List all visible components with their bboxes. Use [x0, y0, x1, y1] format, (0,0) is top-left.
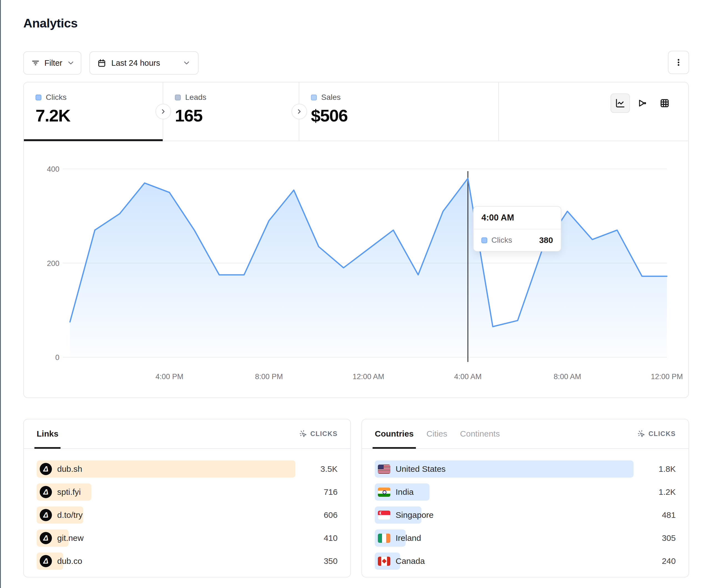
row-value: 305: [649, 533, 676, 543]
sg-flag-icon: [378, 511, 390, 520]
bar-track: United States: [375, 460, 642, 478]
table-row[interactable]: India1.2K: [375, 483, 676, 501]
stat-tab-leads[interactable]: Leads165: [163, 82, 299, 141]
tooltip-time: 4:00 AM: [474, 207, 561, 229]
row-label: United States: [395, 464, 446, 474]
bar-track: Ireland: [375, 529, 642, 547]
area-fill: [70, 178, 667, 357]
row-value: 1.2K: [649, 487, 676, 497]
table-row[interactable]: United States1.8K: [375, 460, 676, 478]
us-flag-icon: [378, 465, 390, 474]
table-row[interactable]: Canada240: [375, 552, 676, 570]
cursor-click-icon: [299, 430, 307, 438]
metric-label: CLICKS: [310, 430, 338, 438]
row-label: spti.fyi: [57, 487, 81, 497]
analytics-card: Clicks7.2KLeads165Sales$506 02004004:00 …: [23, 82, 689, 398]
row-label: dub.sh: [57, 464, 82, 474]
leads-legend-square: [175, 95, 181, 100]
bar-track: Δd.to/try: [37, 506, 303, 524]
tab-links[interactable]: Links: [37, 420, 58, 448]
stat-expand-chevron-button[interactable]: [155, 104, 171, 119]
filter-button[interactable]: Filter: [23, 51, 81, 75]
bar-track: Δdub.sh: [37, 460, 303, 478]
row-value: 410: [311, 533, 338, 543]
countries-panel: CountriesCitiesContinents CLICKS United …: [362, 419, 689, 578]
y-axis-tick: 0: [55, 353, 59, 362]
row-label: dub.co: [57, 557, 82, 566]
in-flag-icon: [378, 488, 390, 497]
dub-logo-icon: Δ: [40, 532, 52, 544]
x-axis-tick: 12:00 PM: [651, 372, 683, 381]
calendar-icon: [97, 59, 106, 68]
tooltip-value: 380: [539, 235, 553, 245]
chevron-right-icon: [159, 108, 167, 115]
cursor-click-icon: [637, 430, 645, 438]
table-row[interactable]: Δgit.new410: [37, 529, 338, 547]
dub-logo-icon: Δ: [40, 555, 52, 567]
line-chart-view-button[interactable]: [610, 93, 630, 113]
tab-label: Cities: [427, 429, 447, 438]
chevron-down-icon: [67, 59, 75, 67]
dub-logo-icon: Δ: [40, 486, 52, 498]
page-title: Analytics: [23, 16, 78, 30]
row-label: d.to/try: [57, 510, 83, 520]
bar-track: Canada: [375, 552, 642, 570]
x-axis-tick: 12:00 AM: [352, 372, 384, 381]
stat-label-text: Sales: [321, 93, 341, 102]
tab-links-label: Links: [37, 429, 58, 438]
bar-track: Δspti.fyi: [37, 483, 303, 501]
metric-selector[interactable]: CLICKS: [637, 430, 676, 438]
table-row[interactable]: Δd.to/try606: [37, 506, 338, 524]
tooltip-series-label: Clicks: [491, 236, 512, 245]
stat-value: 165: [175, 106, 299, 126]
table-row[interactable]: Ireland305: [375, 529, 676, 547]
tab-countries[interactable]: Countries: [375, 420, 414, 448]
stat-label-text: Leads: [185, 93, 206, 102]
dub-logo-icon: Δ: [40, 509, 52, 521]
table-row[interactable]: Δdub.co350: [37, 552, 338, 570]
chart-tooltip: 4:00 AM Clicks 380: [473, 206, 561, 252]
stat-value: $506: [311, 106, 498, 126]
funnel-view-button[interactable]: [633, 93, 652, 113]
tab-cities[interactable]: Cities: [427, 420, 447, 448]
stats-tabs: Clicks7.2KLeads165Sales$506: [24, 82, 688, 141]
row-value: 481: [649, 510, 676, 520]
row-label: git.new: [57, 533, 84, 543]
stat-tab-sales[interactable]: Sales$506: [299, 82, 499, 141]
filter-icon: [31, 59, 40, 67]
ie-flag-icon: [378, 534, 390, 543]
row-value: 716: [311, 487, 338, 497]
x-axis-tick: 4:00 AM: [454, 372, 482, 381]
funnel-chart-icon: [638, 98, 647, 108]
bar-track: India: [375, 483, 642, 501]
row-label: Singapore: [395, 510, 434, 520]
countries-panel-header: CountriesCitiesContinents CLICKS: [362, 420, 689, 449]
chart-type-switcher: [610, 93, 674, 113]
bar-track: Δdub.co: [37, 552, 303, 570]
links-rows: Δdub.sh3.5KΔspti.fyi716Δd.to/try606Δgit.…: [24, 449, 350, 570]
date-range-label: Last 24 hours: [111, 59, 160, 68]
row-value: 3.5K: [311, 464, 338, 474]
table-row[interactable]: Singapore481: [375, 506, 676, 524]
clicks-area-chart[interactable]: 02004004:00 PM8:00 PM12:00 AM4:00 AM8:00…: [24, 141, 689, 398]
row-value: 606: [311, 510, 338, 520]
stat-expand-chevron-button[interactable]: [292, 104, 307, 119]
stat-value: 7.2K: [36, 106, 163, 126]
date-range-button[interactable]: Last 24 hours: [89, 51, 198, 75]
metric-selector[interactable]: CLICKS: [299, 430, 338, 438]
kebab-menu-icon: [674, 58, 683, 67]
stat-tab-clicks[interactable]: Clicks7.2K: [24, 82, 163, 141]
table-view-button[interactable]: [655, 93, 674, 113]
tab-continents[interactable]: Continents: [460, 420, 500, 448]
chevron-down-icon: [182, 59, 191, 67]
clicks-legend-square: [36, 95, 41, 100]
table-row[interactable]: Δspti.fyi716: [37, 483, 338, 501]
links-panel: Links CLICKS Δdub.sh3.5KΔspti.fyi716Δd.t…: [23, 419, 351, 578]
y-axis-tick: 400: [47, 165, 59, 173]
tab-label: Countries: [375, 429, 414, 438]
x-axis-tick: 8:00 AM: [554, 372, 581, 381]
row-value: 350: [311, 557, 338, 566]
line-chart-icon: [615, 98, 625, 108]
more-menu-button[interactable]: [668, 51, 689, 74]
table-row[interactable]: Δdub.sh3.5K: [37, 460, 338, 478]
